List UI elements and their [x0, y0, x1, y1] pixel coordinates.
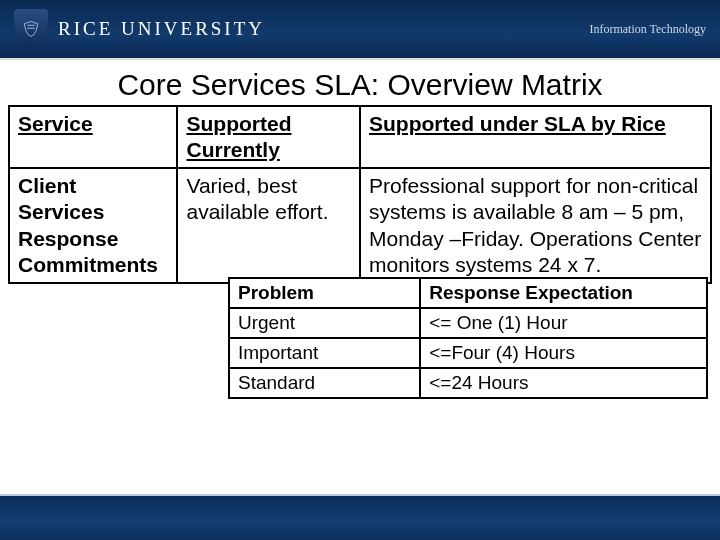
header-supported-currently: Supported Currently [177, 106, 360, 169]
header-supported-sla: Supported under SLA by Rice [360, 106, 711, 169]
nested-problem: Standard [229, 368, 420, 398]
nested-row: Important <=Four (4) Hours [229, 338, 707, 368]
nested-row: Standard <=24 Hours [229, 368, 707, 398]
cell-supported-sla: Professional support for non-critical sy… [369, 173, 702, 278]
nested-header-row: Problem Response Expectation [229, 278, 707, 308]
table-header-row: Service Supported Currently Supported un… [9, 106, 711, 169]
nested-table: Problem Response Expectation Urgent <= O… [228, 277, 708, 399]
it-text: Information Technology [589, 22, 706, 37]
nested-response: <= One (1) Hour [420, 308, 707, 338]
cell-supported-currently: Varied, best available effort. [186, 173, 351, 226]
cell-service: Client Services Response Commitments [18, 173, 168, 278]
slide: RICE UNIVERSITY Information Technology C… [0, 0, 720, 540]
footer-bar [0, 494, 720, 540]
nested-response: <=Four (4) Hours [420, 338, 707, 368]
nested-header-problem: Problem [229, 278, 420, 308]
nested-problem: Important [229, 338, 420, 368]
brand: RICE UNIVERSITY [14, 9, 265, 49]
header-bar: RICE UNIVERSITY Information Technology [0, 0, 720, 60]
nested-header-response: Response Expectation [420, 278, 707, 308]
nested-row: Urgent <= One (1) Hour [229, 308, 707, 338]
nested-response: <=24 Hours [420, 368, 707, 398]
shield-icon [14, 9, 48, 49]
page-title: Core Services SLA: Overview Matrix [0, 60, 720, 105]
nested-table-wrap: Problem Response Expectation Urgent <= O… [228, 277, 708, 399]
brand-text: RICE UNIVERSITY [58, 18, 265, 40]
nested-problem: Urgent [229, 308, 420, 338]
matrix-table: Service Supported Currently Supported un… [8, 105, 712, 285]
header-service: Service [9, 106, 177, 169]
table-row: Client Services Response Commitments Var… [9, 168, 711, 283]
